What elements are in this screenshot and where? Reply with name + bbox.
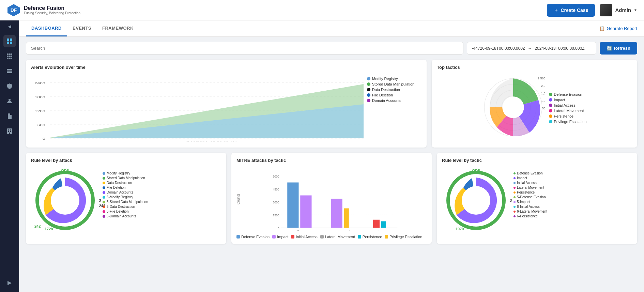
svg-rect-8 (11, 53, 12, 55)
legend-item-stored-data: Stored Data Manipulation (367, 82, 421, 86)
create-case-button[interactable]: ＋ Create Case (547, 4, 595, 17)
svg-point-18 (9, 99, 11, 101)
logo-icon: DF (7, 3, 20, 17)
rule-level-tactic-donut (446, 171, 506, 230)
donut-bottom-left-label: 242 (34, 224, 41, 228)
rule-level-tactic-title: Rule level by tactic (442, 158, 632, 163)
svg-text:4500: 4500 (273, 188, 279, 191)
svg-text:0: 0 (43, 137, 45, 140)
date-from: -44726-09-18T00:00:00.000Z (472, 46, 525, 51)
svg-rect-13 (9, 58, 11, 59)
rule-level-attack-title: Rule level by attack (31, 158, 221, 163)
tactic-donut-center-label: 3 (510, 198, 512, 202)
svg-text:7/16/2024, 12:00:00 AM: 7/16/2024, 12:00:00 AM (186, 140, 237, 141)
svg-rect-60 (373, 220, 380, 228)
top-tactics-card: Top tactics 2,500 2,0 1,5 1,0 50 (432, 60, 637, 148)
tab-events[interactable]: EVENTS (67, 21, 97, 36)
app-header: DF Defence Fusion Fusing Security, Bolst… (0, 0, 644, 20)
svg-text:Data Destruction: Data Destruction (332, 230, 353, 231)
polar-legend: Defense Evasion Impact Initial Access La… (549, 92, 587, 124)
svg-rect-5 (10, 42, 12, 44)
svg-rect-22 (8, 131, 9, 132)
sidebar-item-grid2[interactable] (3, 50, 16, 62)
tab-framework[interactable]: FRAMEWORK (97, 21, 139, 36)
alerts-evolution-card: Alerts evolution over time 0 600 1200 18… (26, 60, 427, 148)
svg-rect-24 (9, 133, 10, 134)
mitre-attacks-card: MITRE attacks by tactic Counts 0 1500 30… (231, 153, 432, 244)
sidebar-expand[interactable]: ▶ (3, 276, 16, 289)
svg-text:1800: 1800 (35, 95, 46, 98)
avatar (600, 4, 612, 16)
svg-text:600: 600 (37, 123, 46, 126)
sidebar-expand-icon[interactable]: ▶ (3, 276, 16, 289)
sidebar-item-building[interactable] (3, 125, 16, 137)
rule-level-tactic-legend: Defense Evasion Impact Initial Access La… (513, 166, 547, 234)
logo-text: Defence Fusion Fusing Security, Bolsteri… (24, 5, 80, 15)
sidebar-toggle[interactable]: ◀ (8, 24, 11, 29)
svg-point-45 (51, 186, 79, 215)
svg-rect-7 (9, 53, 11, 55)
mitre-bar-chart: 0 1500 3000 4500 6000 (242, 166, 427, 231)
donut-bottom-right-label: 1728 (45, 227, 53, 231)
tab-dashboard[interactable]: DASHBOARD (26, 21, 67, 36)
polar-svg (482, 77, 544, 138)
sidebar-item-dashboard[interactable] (3, 35, 16, 47)
app-layout: ◀ ▶ DASHBOARD EVENTS FRAMEW (0, 20, 644, 292)
admin-menu[interactable]: Admin ▼ (600, 4, 637, 16)
date-to: 2024-08-13T00:00:00.000Z (535, 46, 584, 51)
search-input[interactable] (26, 42, 463, 55)
svg-text:0: 0 (278, 227, 279, 230)
svg-rect-59 (344, 209, 349, 228)
svg-rect-10 (9, 56, 11, 57)
header-right: ＋ Create Case Admin ▼ (547, 4, 637, 17)
svg-rect-58 (331, 199, 342, 228)
rule-level-attack-donut (35, 171, 95, 230)
top-charts-row: Alerts evolution over time 0 600 1200 18… (26, 60, 637, 148)
alerts-chart-title: Alerts evolution over time (31, 65, 421, 70)
sidebar-item-people[interactable] (3, 95, 16, 107)
clipboard-icon: 📋 (599, 26, 605, 31)
svg-rect-6 (7, 53, 9, 55)
svg-text:Modify Registry: Modify Registry (292, 230, 312, 231)
svg-text:1500: 1500 (273, 214, 279, 217)
create-case-label: Create Case (561, 7, 588, 13)
polar-chart: 2,500 2,0 1,5 1,0 50 (437, 73, 632, 142)
dashboard-body: -44726-09-18T00:00:00.000Z → 2024-08-13T… (19, 37, 644, 292)
tactic-donut-bottom-label: 1970 (456, 227, 464, 231)
alerts-legend: Modify Registry Stored Data Manipulation… (367, 73, 421, 141)
filter-bar: -44726-09-18T00:00:00.000Z → 2024-08-13T… (26, 42, 637, 55)
rule-level-attack-card: Rule level by attack 2450 242 1728 3 (26, 153, 226, 244)
svg-rect-23 (10, 131, 11, 132)
admin-name-label: Admin (615, 7, 631, 13)
svg-rect-16 (7, 71, 12, 72)
legend-item-domain-accounts: Domain Accounts (367, 98, 421, 103)
svg-rect-15 (7, 69, 12, 70)
legend-item-file-deletion: File Deletion (367, 93, 421, 97)
svg-rect-17 (7, 72, 12, 73)
date-range-picker[interactable]: -44726-09-18T00:00:00.000Z → 2024-08-13T… (467, 42, 596, 55)
svg-point-66 (462, 186, 490, 215)
sidebar-item-file[interactable] (3, 110, 16, 122)
svg-text:1200: 1200 (35, 109, 46, 112)
chevron-down-icon: ▼ (634, 8, 637, 12)
svg-rect-3 (10, 39, 12, 41)
plus-icon: ＋ (554, 7, 558, 13)
svg-rect-61 (381, 221, 386, 228)
sidebar-item-shield[interactable] (3, 80, 16, 92)
sidebar: ◀ ▶ (0, 20, 19, 292)
svg-rect-56 (287, 183, 298, 228)
nav-tabs: DASHBOARD EVENTS FRAMEWORK 📋 Genrate Rep… (19, 20, 644, 37)
rule-level-attack-legend: Modify Registry Stored Data Manipulation… (103, 166, 148, 234)
sidebar-item-list[interactable] (3, 65, 16, 77)
main-content: DASHBOARD EVENTS FRAMEWORK 📋 Genrate Rep… (19, 20, 644, 292)
top-tactics-title: Top tactics (437, 65, 632, 70)
svg-rect-14 (11, 58, 12, 59)
generate-report-link[interactable]: 📋 Genrate Report (599, 26, 637, 31)
arrow-icon: → (528, 46, 532, 51)
legend-item-modify-registry: Modify Registry (367, 77, 421, 81)
refresh-button[interactable]: 🔄 Refresh (600, 42, 637, 55)
app-tagline: Fusing Security, Bolstering Protection (24, 11, 80, 15)
mitre-attacks-title: MITRE attacks by tactic (236, 158, 427, 163)
svg-text:6000: 6000 (273, 175, 279, 178)
donut-right-label: 3 (99, 198, 101, 202)
